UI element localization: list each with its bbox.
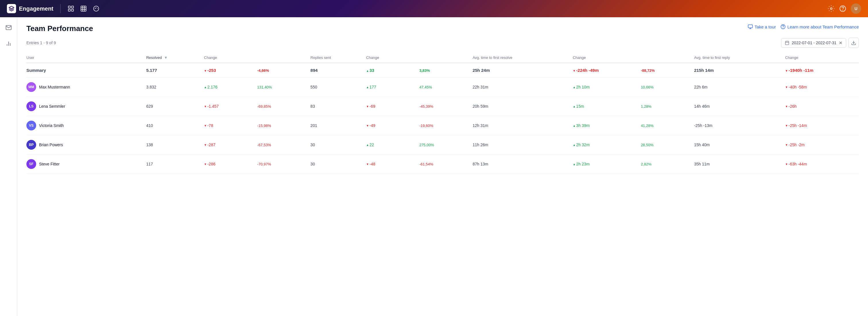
resolved-change: ▼ -286: [204, 154, 257, 174]
col-header-resolved[interactable]: Resolved ▼: [146, 53, 204, 63]
table-row: LS Lena Semmler 629 ▼ -1.457 -69,85% 83 …: [26, 97, 859, 116]
download-button[interactable]: [848, 38, 859, 48]
take-tour-link[interactable]: Take a tour: [748, 24, 776, 29]
table-row: SF Steve Fitter 117 ▼ -286 -70,97% 30 ▼ …: [26, 154, 859, 174]
summary-avg-resolve: 25h 24m: [472, 63, 572, 78]
resolved-value: 410: [146, 116, 204, 135]
help-icon[interactable]: [839, 5, 846, 12]
brand-logo: [7, 4, 16, 13]
table-row: BP Brian Powers 138 ▼ -287 -67,53% 30 ▲ …: [26, 135, 859, 154]
avg-resolve-value: 87h 13m: [472, 154, 572, 174]
summary-avg-resolve-pct: -88,72%: [641, 63, 694, 78]
col-header-replies: Replies sent: [311, 53, 366, 63]
layout: Team Performance Take a tour Learn more …: [0, 17, 868, 316]
summary-replies-change: 33: [366, 63, 420, 78]
summary-resolved-pct: -4,66%: [257, 63, 311, 78]
date-filter: 2022-07-01 - 2022-07-31 ✕: [781, 38, 859, 48]
avg-resolve-value: 20h 59m: [472, 97, 572, 116]
avg-resolve-value: 11h 26m: [472, 135, 572, 154]
avg-resolve-pct: 2,82%: [641, 154, 694, 174]
table-row: MM Max Mustermann 3.832 ▲ 2.176 131,40% …: [26, 78, 859, 97]
replies-pct: -19,60%: [420, 116, 473, 135]
resolved-value: 138: [146, 135, 204, 154]
avg-reply-value: 35h 11m: [694, 154, 785, 174]
resolved-change: ▼ -287: [204, 135, 257, 154]
col-header-avg-resolve-change: Change: [572, 53, 641, 63]
resolved-pct: 131,40%: [257, 78, 311, 97]
col-header-avg-reply-change: Change: [785, 53, 859, 63]
nav-divider: [60, 4, 61, 13]
summary-label: Summary: [26, 63, 146, 78]
speedometer-icon[interactable]: [93, 5, 100, 12]
summary-row: Summary 5.177 -253 -4,66%: [26, 63, 859, 78]
date-clear-button[interactable]: ✕: [839, 40, 842, 46]
summary-avg-resolve-change: -224h -49m: [572, 63, 641, 78]
replies-change: ▲ 177: [366, 78, 420, 97]
replies-change: ▲ 22: [366, 135, 420, 154]
entries-text: Entries 1 - 9 of 9: [26, 40, 56, 45]
user-name: Brian Powers: [39, 143, 63, 147]
settings-icon[interactable]: [828, 5, 835, 12]
avg-reply-change: ▼ -25h -2m: [785, 135, 859, 154]
table-body: Summary 5.177 -253 -4,66%: [26, 63, 859, 174]
summary-avg-reply: 215h 14m: [694, 63, 785, 78]
sidebar-inbox-icon[interactable]: [3, 22, 14, 33]
col-header-change-pct2: [420, 53, 473, 63]
svg-rect-16: [748, 25, 752, 28]
replies-value: 30: [311, 135, 366, 154]
sub-header: Entries 1 - 9 of 9 2022-07-01 - 2022-07-…: [26, 38, 859, 48]
avatar[interactable]: U: [851, 3, 861, 14]
nav-icons: [67, 5, 100, 12]
avg-resolve-value: 12h 31m: [472, 116, 572, 135]
avg-resolve-change: ▲ 3h 39m: [572, 116, 641, 135]
svg-point-20: [783, 28, 783, 28]
svg-rect-2: [68, 9, 70, 11]
resolved-pct: -15,98%: [257, 116, 311, 135]
svg-rect-1: [71, 6, 73, 8]
nav-right: U: [828, 3, 861, 14]
avg-reply-change: ▼ -26h: [785, 97, 859, 116]
brand-title: Engagement: [19, 5, 53, 12]
user-name: Victoria Smith: [39, 123, 64, 128]
col-header-change2: Change: [366, 53, 420, 63]
replies-pct: 47,45%: [420, 78, 473, 97]
user-cell: MM Max Mustermann: [26, 78, 146, 97]
avg-reply-value: 14h 46m: [694, 97, 785, 116]
avg-reply-change: ▼ -25h -14m: [785, 116, 859, 135]
replies-change: ▼ -48: [366, 154, 420, 174]
resolved-value: 117: [146, 154, 204, 174]
brand[interactable]: Engagement: [7, 4, 53, 13]
table-icon[interactable]: [80, 5, 87, 12]
sidebar: [0, 17, 17, 316]
sidebar-chart-icon[interactable]: [3, 38, 14, 50]
summary-resolved: 5.177: [146, 63, 204, 78]
grid-icon[interactable]: [67, 5, 74, 12]
calendar-icon: [785, 40, 789, 45]
svg-rect-0: [68, 6, 70, 8]
replies-value: 83: [311, 97, 366, 116]
learn-more-link[interactable]: Learn more about Team Performance: [780, 24, 859, 29]
col-header-change-pct3: [641, 53, 694, 63]
col-header-change-pct1: [257, 53, 311, 63]
user-cell: VS Victoria Smith: [26, 116, 146, 135]
avg-resolve-change: ▲ 2h 32m: [572, 135, 641, 154]
user-avatar: BP: [26, 140, 36, 150]
avg-reply-change: ▼ -40h -58m: [785, 78, 859, 97]
summary-resolved-change: -253: [204, 63, 257, 78]
user-name: Steve Fitter: [39, 162, 60, 166]
date-range-input[interactable]: 2022-07-01 - 2022-07-31 ✕: [781, 38, 846, 48]
table-header: User Resolved ▼ Change Replies sent Chan…: [26, 53, 859, 63]
avg-reply-value: -25h -13m: [694, 116, 785, 135]
replies-value: 201: [311, 116, 366, 135]
replies-pct: -61,54%: [420, 154, 473, 174]
avg-resolve-pct: 1,28%: [641, 97, 694, 116]
replies-value: 30: [311, 154, 366, 174]
col-header-avg-reply: Avg. time to first reply: [694, 53, 785, 63]
header-row: Team Performance Take a tour Learn more …: [26, 24, 859, 33]
sort-arrow-icon: ▼: [164, 55, 167, 60]
resolved-pct: -69,85%: [257, 97, 311, 116]
svg-point-10: [830, 8, 832, 9]
avg-resolve-pct: 41,28%: [641, 116, 694, 135]
help-circle-icon: [780, 24, 786, 29]
avg-resolve-pct: 10,66%: [641, 78, 694, 97]
